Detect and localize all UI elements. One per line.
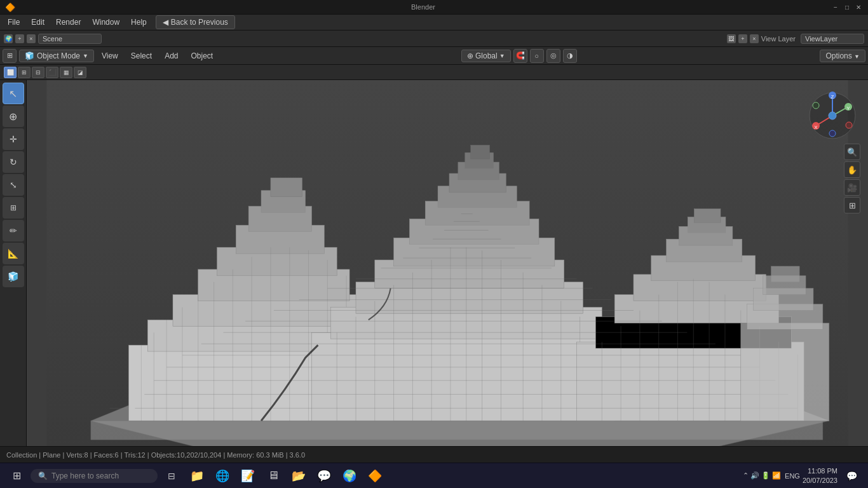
back-to-previous-button[interactable]: ◀ Back to Previous xyxy=(156,15,235,29)
menu-file[interactable]: File xyxy=(3,16,25,29)
svg-rect-47 xyxy=(471,145,490,159)
menu-bar: File Edit Render Window Help ◀ Back to P… xyxy=(0,14,868,30)
select-tool-button[interactable]: ↖ xyxy=(3,83,24,104)
taskbar-system-tray: ⌃ 🔊 🔋 📶 ENG xyxy=(743,471,800,480)
blender-logo: 🔶 xyxy=(5,3,15,12)
snap-btn[interactable]: 🧲 xyxy=(513,49,527,63)
scene-bar: 🌍 + × 🖼 + × View Layer xyxy=(0,30,868,47)
tray-icons: ⌃ 🔊 🔋 📶 xyxy=(743,471,781,480)
svg-point-122 xyxy=(846,122,852,128)
annotate-tool-button[interactable]: ✏ xyxy=(3,220,24,241)
left-toolbar: ↖ ⊕ ✛ ↻ ⤡ ⊞ ✏ 📐 🧊 xyxy=(0,80,27,446)
svg-rect-20 xyxy=(271,178,302,197)
object-mode-select[interactable]: 🧊 Object Mode ▼ xyxy=(19,50,94,62)
ortho-nav-button[interactable]: ⊞ xyxy=(844,197,860,214)
render-icon: 🖼 xyxy=(727,34,736,43)
notification-button[interactable]: 💬 xyxy=(840,464,863,487)
measure-tool-button[interactable]: 📐 xyxy=(3,243,24,264)
select-menu[interactable]: Select xyxy=(126,50,157,62)
strip-icon-2[interactable]: ⊟ xyxy=(32,67,44,78)
search-icon: 🔍 xyxy=(38,471,48,480)
status-bar: Collection | Plane | Verts:8 | Faces:6 |… xyxy=(0,446,868,463)
svg-text:Y: Y xyxy=(846,105,850,111)
svg-rect-104 xyxy=(91,421,823,440)
taskbar-icon-blender[interactable]: 🔶 xyxy=(363,464,386,487)
maximize-button[interactable]: □ xyxy=(843,3,851,11)
toolbar-row: ⊞ 🧊 Object Mode ▼ View Select Add Object… xyxy=(0,47,868,65)
strip-icon-1[interactable]: ⊞ xyxy=(18,67,31,78)
scene-remove-icon[interactable]: × xyxy=(27,34,36,43)
close-button[interactable]: ✕ xyxy=(854,3,863,11)
taskbar-clock[interactable]: 11:08 PM 20/07/2023 xyxy=(803,466,837,485)
svg-text:Z: Z xyxy=(831,94,834,100)
icon-strip: ⬜ ⊞ ⊟ ⬛ ▦ ◪ xyxy=(0,65,868,80)
menu-render[interactable]: Render xyxy=(51,16,86,29)
strip-icon-0[interactable]: ⬜ xyxy=(4,67,17,78)
strip-icon-5[interactable]: ◪ xyxy=(74,67,86,78)
view-layer-remove-icon[interactable]: × xyxy=(750,34,759,43)
svg-rect-109 xyxy=(771,266,799,282)
svg-text:X: X xyxy=(814,125,818,130)
viewport-gizmo[interactable]: Z Y X xyxy=(807,90,858,141)
pan-nav-button[interactable]: ✋ xyxy=(844,161,860,178)
scene-add-icon[interactable]: + xyxy=(15,34,24,43)
viewport[interactable]: Z Y X 🔍 xyxy=(27,80,868,446)
cube-icon: 🧊 xyxy=(25,51,34,60)
move-tool-button[interactable]: ✛ xyxy=(3,128,24,150)
taskbar-icon-word[interactable]: 📝 xyxy=(236,464,259,487)
title-text: Blender xyxy=(20,3,826,11)
transform-tool-button[interactable]: ⊞ xyxy=(3,197,24,219)
back-arrow-icon: ◀ xyxy=(163,18,168,27)
add-menu[interactable]: Add xyxy=(159,50,183,62)
taskbar-search[interactable]: 🔍 Type here to search xyxy=(31,469,158,483)
mode-label: Object Mode xyxy=(37,51,80,60)
strip-icon-3[interactable]: ⬛ xyxy=(46,67,58,78)
taskbar: ⊞ 🔍 Type here to search ⊟ 📁 🌐 📝 🖥 📂 💬 🌍 … xyxy=(0,463,868,488)
taskbar-task-view[interactable]: ⊟ xyxy=(160,464,183,487)
taskbar-icon-edge[interactable]: 🌐 xyxy=(211,464,234,487)
taskbar-icon-folder[interactable]: 📂 xyxy=(287,464,310,487)
taskbar-icon-app4[interactable]: 🖥 xyxy=(262,464,285,487)
editor-type-icon[interactable]: ⊞ xyxy=(3,49,17,63)
menu-window[interactable]: Window xyxy=(87,16,125,29)
view-layer-add-icon[interactable]: + xyxy=(738,34,747,43)
global-label: Global xyxy=(475,51,498,60)
back-button-label: Back to Previous xyxy=(171,18,228,27)
scene-icon: 🌍 xyxy=(4,34,13,43)
strip-icon-4[interactable]: ▦ xyxy=(60,67,72,78)
rotate-tool-button[interactable]: ↻ xyxy=(3,151,24,173)
taskbar-icon-whatsapp[interactable]: 💬 xyxy=(313,464,336,487)
menu-help[interactable]: Help xyxy=(126,16,152,29)
camera-nav-button[interactable]: 🎥 xyxy=(844,179,860,196)
svg-rect-36 xyxy=(311,332,614,421)
search-placeholder: Type here to search xyxy=(51,471,119,480)
pivot-point-btn[interactable]: ◎ xyxy=(546,49,560,63)
svg-point-123 xyxy=(829,112,836,119)
options-label: Options xyxy=(825,51,851,60)
overlay-btn[interactable]: ◑ xyxy=(563,49,577,63)
lang-indicator: ENG xyxy=(785,472,800,480)
start-button[interactable]: ⊞ xyxy=(5,464,28,487)
cursor-tool-button[interactable]: ⊕ xyxy=(3,105,24,127)
add-object-tool-button[interactable]: 🧊 xyxy=(3,266,24,287)
options-dropdown: ▼ xyxy=(854,53,860,60)
scene-name-input[interactable] xyxy=(38,34,102,44)
menu-edit[interactable]: Edit xyxy=(26,16,50,29)
transform-orientations-select[interactable]: ⊕ Global ▼ xyxy=(461,50,511,62)
title-bar: 🔶 Blender − □ ✕ xyxy=(0,0,868,14)
options-button[interactable]: Options ▼ xyxy=(820,50,865,62)
svg-rect-71 xyxy=(694,209,721,223)
clock-time: 11:08 PM xyxy=(803,466,837,475)
object-menu[interactable]: Object xyxy=(186,50,218,62)
scale-tool-button[interactable]: ⤡ xyxy=(3,174,24,196)
main-area: ↖ ⊕ ✛ ↻ ⤡ ⊞ ✏ 📐 🧊 xyxy=(0,80,868,446)
zoom-nav-button[interactable]: 🔍 xyxy=(844,144,860,160)
view-menu[interactable]: View xyxy=(97,50,123,62)
taskbar-icon-chrome[interactable]: 🌍 xyxy=(338,464,361,487)
minimize-button[interactable]: − xyxy=(831,3,840,11)
proportional-edit-btn[interactable]: ○ xyxy=(530,49,544,63)
dropdown-icon: ▼ xyxy=(83,53,88,59)
taskbar-icon-files[interactable]: 📁 xyxy=(186,464,208,487)
svg-rect-105 xyxy=(741,323,829,421)
view-layer-name-input[interactable] xyxy=(801,34,864,44)
